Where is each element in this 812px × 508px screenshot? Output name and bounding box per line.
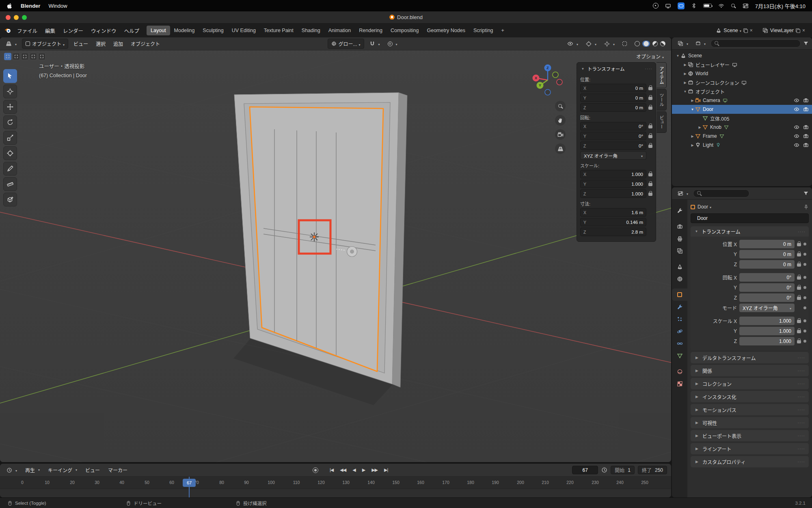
properties-editor-type-selector[interactable]	[675, 189, 691, 198]
select-mode-paint-button[interactable]	[38, 53, 45, 60]
mode-dropdown[interactable]: オブジェクト	[22, 39, 68, 49]
workspace-tab-modeling[interactable]: Modeling	[170, 26, 199, 35]
new-scene-icon[interactable]	[743, 28, 748, 33]
blender-logo-icon[interactable]	[4, 27, 11, 34]
animate-dot-icon[interactable]	[803, 286, 806, 289]
disclosure-icon[interactable]: ▶	[697, 126, 702, 129]
frame-end-field[interactable]: 終了250	[638, 466, 667, 474]
app-menu-blender[interactable]: Blender	[21, 3, 40, 9]
animate-dot-icon[interactable]	[803, 319, 806, 322]
properties-search-input[interactable]	[693, 189, 749, 198]
tool-3d-cursor[interactable]	[3, 85, 17, 98]
tab-constraints[interactable]	[672, 337, 687, 350]
npanel-scale-z[interactable]: Z1.000	[580, 189, 652, 198]
section-viewport-display[interactable]: ▶ビューポート表示····	[691, 430, 809, 441]
outliner-row-mesh-data[interactable]: 立体.005	[672, 114, 812, 123]
outliner-row-knob[interactable]: ▶ Knob	[672, 123, 812, 132]
section-line-art[interactable]: ▶ラインアート····	[691, 443, 809, 454]
npanel-dimensions-y[interactable]: Y0.146 m	[580, 218, 652, 226]
animate-dot-icon[interactable]	[803, 306, 806, 309]
lock-icon[interactable]	[648, 97, 652, 100]
animate-dot-icon[interactable]	[803, 296, 806, 299]
animate-dot-icon[interactable]	[803, 243, 806, 245]
rotation-mode-row[interactable]: モード XYZ オイラー角	[693, 303, 806, 313]
tab-output[interactable]	[672, 232, 687, 245]
camera-view-button[interactable]	[555, 129, 566, 140]
workspace-tab-rendering[interactable]: Rendering	[355, 26, 387, 35]
viewport-3d[interactable]: オブジェクト ビュー 選択 追加 オブジェクト グロー...	[0, 37, 671, 462]
transform-orientation-dropdown[interactable]: グロー...	[328, 39, 364, 49]
location-x-field[interactable]: 0 m	[739, 240, 795, 248]
lock-icon[interactable]	[648, 106, 652, 110]
editor-type-selector[interactable]	[3, 39, 19, 48]
scale-x-row[interactable]: スケール X 1.000	[693, 316, 806, 326]
select-mode-box-button[interactable]	[13, 53, 20, 60]
shading-rendered-button[interactable]	[660, 41, 665, 46]
viewport-menu-view[interactable]: ビュー	[71, 39, 91, 48]
animate-dot-icon[interactable]	[803, 340, 806, 343]
outliner-row-camera[interactable]: ▶ Camera	[672, 96, 812, 105]
playback-menu[interactable]: 再生	[23, 465, 42, 475]
tool-transform[interactable]	[3, 146, 17, 160]
npanel-scale-x[interactable]: X1.000	[580, 170, 652, 178]
pin-icon[interactable]	[803, 204, 809, 210]
overlays-toggle[interactable]	[602, 40, 617, 48]
hide-eye-icon[interactable]	[794, 133, 799, 139]
spotlight-icon[interactable]	[731, 3, 736, 9]
unlink-scene-icon[interactable]: ×	[750, 28, 753, 33]
lock-icon[interactable]	[648, 183, 652, 186]
rotation-mode-dropdown[interactable]: XYZ オイラー角	[739, 304, 795, 312]
use-preview-range-icon[interactable]	[601, 467, 607, 473]
zoom-window-button[interactable]	[22, 15, 27, 20]
select-mode-tweak-button[interactable]	[4, 53, 11, 60]
add-workspace-button[interactable]: +	[497, 26, 508, 35]
workspace-tab-shading[interactable]: Shading	[298, 26, 324, 35]
npanel-dimensions-z[interactable]: Z2.8 m	[580, 228, 652, 236]
apple-logo-icon[interactable]	[6, 3, 13, 9]
rotation-z-row[interactable]: Z 0°	[693, 293, 806, 303]
snap-toggle[interactable]	[367, 40, 382, 48]
animate-dot-icon[interactable]	[803, 330, 806, 332]
workspace-tab-texture-paint[interactable]: Texture Paint	[260, 26, 298, 35]
tab-physics[interactable]	[672, 325, 687, 337]
rotation-x-row[interactable]: 回転 X 0°	[693, 272, 806, 282]
lock-icon[interactable]	[797, 263, 801, 267]
gizmos-toggle[interactable]	[583, 40, 599, 48]
workspace-tab-geometry-nodes[interactable]: Geometry Nodes	[423, 26, 469, 35]
outliner-row-objects-collection[interactable]: ▼ オブジェクト	[672, 87, 812, 96]
breadcrumb-object[interactable]: Door	[698, 204, 711, 210]
frame-start-field[interactable]: 開始1	[611, 466, 635, 474]
shading-material-button[interactable]	[652, 41, 658, 46]
menu-file[interactable]: ファイル	[13, 25, 41, 36]
sidebar-tab-view[interactable]: ビュー	[657, 111, 667, 133]
sidebar-tab-tool[interactable]: ツール	[657, 89, 667, 111]
scene-selector[interactable]: Scene ×	[713, 26, 755, 35]
perspective-toggle-button[interactable]	[555, 143, 566, 154]
timeline-editor-type-selector[interactable]	[4, 466, 19, 474]
disclosure-icon[interactable]: ▶	[690, 135, 695, 138]
xray-toggle[interactable]	[620, 40, 629, 47]
workspace-tab-animation[interactable]: Animation	[324, 26, 355, 35]
app-menu-window[interactable]: Window	[48, 3, 67, 9]
tool-move[interactable]	[3, 100, 17, 114]
workspace-tab-layout[interactable]: Layout	[147, 26, 170, 35]
marker-menu[interactable]: マーカー	[106, 465, 130, 475]
scene-3d-canvas[interactable]	[0, 37, 671, 462]
viewport-menu-select[interactable]: 選択	[93, 39, 108, 48]
outliner-row-world[interactable]: ▶ World	[672, 69, 812, 78]
hide-eye-icon[interactable]	[794, 98, 799, 103]
section-visibility[interactable]: ▶可視性····	[691, 417, 809, 428]
viewlayer-selector[interactable]: ViewLayer ×	[760, 26, 808, 35]
npanel-dimensions-x[interactable]: X1.6 m	[580, 208, 652, 217]
remove-viewlayer-icon[interactable]: ×	[802, 28, 805, 33]
display-icon[interactable]	[665, 3, 671, 9]
play-reverse-button[interactable]: ◀	[351, 467, 357, 473]
jump-to-end-button[interactable]: ▶|	[382, 467, 389, 473]
disclosure-icon[interactable]: ▶	[682, 63, 688, 67]
rotation-y-field[interactable]: 0°	[739, 283, 795, 292]
tab-material[interactable]	[672, 365, 687, 378]
rotation-mode-dropdown[interactable]: XYZ オイラー角	[580, 151, 652, 160]
npanel-rotation-x[interactable]: X0°	[580, 122, 652, 130]
lock-icon[interactable]	[797, 243, 801, 246]
rotation-y-row[interactable]: Y 0°	[693, 282, 806, 293]
